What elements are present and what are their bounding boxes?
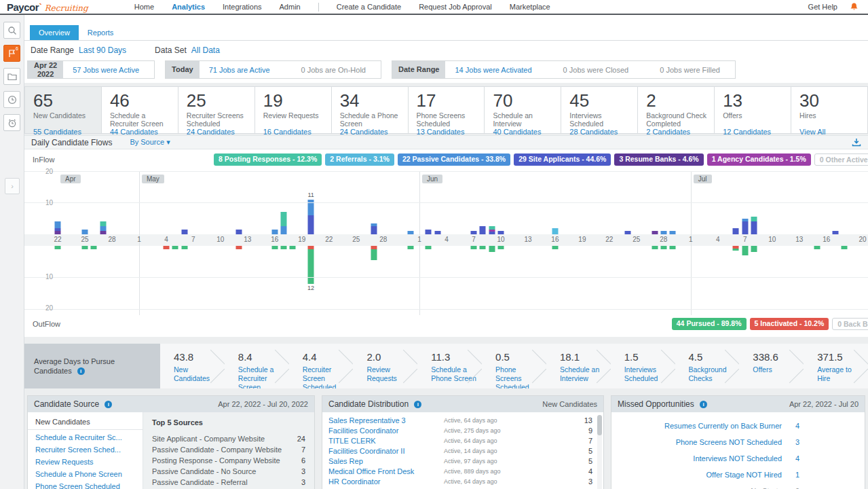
nav-item-admin[interactable]: Admin <box>280 3 301 11</box>
job-stat-link[interactable]: 57 Jobs were Active <box>73 66 139 74</box>
metric-candidates-link[interactable]: 13 Candidates <box>417 128 478 136</box>
distribution-job-link[interactable]: Medical Office Front Desk <box>328 467 444 475</box>
average-days-stage-link[interactable]: Review Requests <box>366 365 415 383</box>
source-stage-item[interactable]: Recruiter Screen Sched... <box>28 443 143 456</box>
inflow-bar[interactable] <box>271 230 278 234</box>
distribution-job-link[interactable]: Facilities Coordinator <box>328 427 444 435</box>
outflow-bar[interactable] <box>271 246 278 249</box>
outflow-bar[interactable] <box>842 246 848 249</box>
flagged-candidates-button[interactable]: 6 <box>3 45 20 62</box>
average-days-stage-link[interactable]: Schedule a Phone Screen <box>431 365 479 383</box>
metric-card[interactable]: 2Background Check Completed2 Candidates <box>637 86 715 134</box>
inflow-bar[interactable] <box>552 228 558 234</box>
date-range-value[interactable]: Last 90 Days <box>79 46 126 55</box>
distribution-job-link[interactable]: Sales Rep <box>328 457 444 465</box>
outflow-bar[interactable] <box>552 246 558 249</box>
outflow-bar[interactable] <box>660 246 666 249</box>
inflow-source-badge[interactable]: 1 Agency Candidates - 1.5% <box>707 153 811 166</box>
inflow-bar[interactable] <box>624 231 630 234</box>
source-stage-item[interactable]: Phone Screen Scheduled <box>28 480 143 489</box>
missed-opportunity-link[interactable]: Interviews NOT Scheduled <box>693 454 782 463</box>
source-stage-item[interactable]: New Candidates <box>28 416 143 430</box>
scrollbar-thumb[interactable] <box>597 415 602 435</box>
outflow-bar[interactable] <box>281 246 287 249</box>
nav-item-request-job-approval[interactable]: Request Job Approval <box>419 3 492 11</box>
outflow-bar[interactable]: 12 <box>308 246 314 284</box>
inflow-bar[interactable] <box>489 226 495 234</box>
inflow-bar[interactable] <box>407 231 413 234</box>
outflow-bar[interactable] <box>742 246 748 255</box>
outflow-bar[interactable] <box>733 246 739 251</box>
outflow-result-badge[interactable]: 5 Inactivated - 10.2% <box>750 318 829 330</box>
outflow-bar[interactable] <box>480 246 486 249</box>
metric-card[interactable]: 34Schedule a Phone Screen24 Candidates <box>331 86 409 134</box>
download-icon[interactable] <box>852 138 861 147</box>
inflow-source-badge[interactable]: 22 Passive Candidates - 33.8% <box>398 153 510 166</box>
inflow-source-badge[interactable]: 8 Posting Responses - 12.3% <box>214 153 322 166</box>
nav-item-home[interactable]: Home <box>134 3 154 11</box>
job-stat-link[interactable]: 14 Jobs were Activated <box>455 66 531 74</box>
info-icon[interactable]: i <box>105 401 112 408</box>
average-days-stage-link[interactable]: Average to Hire <box>817 365 865 383</box>
metric-candidates-link[interactable]: 12 Candidates <box>723 128 784 136</box>
history-button[interactable] <box>3 91 20 108</box>
metric-card[interactable]: 65New Candidates55 Candidates <box>24 86 102 134</box>
sidebar-expand-button[interactable]: › <box>5 178 20 194</box>
tab-overview[interactable]: Overview <box>30 25 79 40</box>
nav-item-integrations[interactable]: Integrations <box>223 3 261 11</box>
info-icon[interactable]: i <box>414 401 421 408</box>
inflow-bar[interactable] <box>426 230 432 234</box>
inflow-source-badge[interactable]: 2 Referrals - 3.1% <box>325 153 394 166</box>
average-days-stage-link[interactable]: Recruiter Screen Scheduled <box>303 365 351 388</box>
average-days-stage-link[interactable]: Schedule an Interview <box>560 365 608 383</box>
tab-reports[interactable]: Reports <box>79 25 123 40</box>
outflow-bar[interactable] <box>172 246 178 249</box>
inflow-bar[interactable] <box>470 231 476 234</box>
inflow-bar[interactable] <box>281 212 287 234</box>
paycor-logo[interactable]: Paycorˋ Recruiting <box>7 1 88 13</box>
metric-candidates-link[interactable]: 44 Candidates <box>110 128 171 136</box>
metric-card[interactable]: 19Review Requests16 Candidates <box>254 86 332 134</box>
inflow-bar[interactable] <box>235 230 242 234</box>
inflow-bar[interactable] <box>81 230 88 234</box>
outflow-bar[interactable] <box>470 246 476 249</box>
metric-card[interactable]: 17Phone Screens Scheduled13 Candidates <box>408 86 485 134</box>
data-set-value[interactable]: All Data <box>191 46 220 55</box>
metric-candidates-link[interactable]: 2 Candidates <box>646 128 707 136</box>
metric-candidates-link[interactable]: 24 Candidates <box>340 128 401 136</box>
inflow-bar[interactable] <box>733 228 739 234</box>
source-stage-item[interactable]: Review Requests <box>28 456 143 468</box>
metric-card[interactable]: 30HiresView All <box>791 86 868 134</box>
job-stat-link[interactable]: 71 Jobs are Active <box>209 66 270 74</box>
outflow-bar[interactable] <box>814 246 820 249</box>
outflow-bar[interactable] <box>670 246 676 249</box>
nav-item-create-a-candidate[interactable]: Create a Candidate <box>337 3 401 11</box>
outflow-bar[interactable] <box>181 246 187 249</box>
outflow-bar[interactable] <box>652 246 658 249</box>
outflow-bar[interactable] <box>235 246 242 249</box>
distribution-job-link[interactable]: Facilities Coordinator II <box>328 447 444 455</box>
outflow-bar[interactable] <box>407 246 413 249</box>
missed-opportunity-link[interactable]: Resumes Currently on Back Burner <box>664 422 782 430</box>
scrollbar[interactable] <box>597 415 602 489</box>
average-days-stage-link[interactable]: Schedule a Recruiter Screen <box>238 365 286 388</box>
metric-candidates-link[interactable]: 28 Candidates <box>569 128 630 136</box>
average-days-stage-link[interactable]: Background Checks <box>689 365 737 383</box>
average-days-stage-link[interactable]: Interviews Scheduled <box>624 365 673 383</box>
outflow-bar[interactable] <box>426 246 432 249</box>
inflow-source-badge[interactable]: 3 Resume Banks - 4.6% <box>614 153 703 166</box>
metric-candidates-link[interactable]: 40 Candidates <box>493 128 554 136</box>
metric-card[interactable]: 46Schedule a Recruiter Screen44 Candidat… <box>101 86 178 134</box>
search-button[interactable] <box>3 22 20 39</box>
by-source-dropdown[interactable]: By Source ▾ <box>130 138 170 147</box>
average-days-stage-link[interactable]: Phone Screens Scheduled <box>495 365 544 388</box>
get-help-link[interactable]: Get Help <box>808 3 837 11</box>
outflow-bar[interactable] <box>163 246 169 249</box>
inflow-bar[interactable] <box>371 223 377 234</box>
folder-button[interactable] <box>3 68 20 85</box>
inflow-bar[interactable] <box>434 231 440 234</box>
metric-card[interactable]: 45Interviews Scheduled28 Candidates <box>561 86 638 134</box>
nav-item-analytics[interactable]: Analytics <box>172 3 205 11</box>
outflow-bar[interactable] <box>290 246 296 249</box>
nav-item-marketplace[interactable]: Marketplace <box>510 3 550 11</box>
